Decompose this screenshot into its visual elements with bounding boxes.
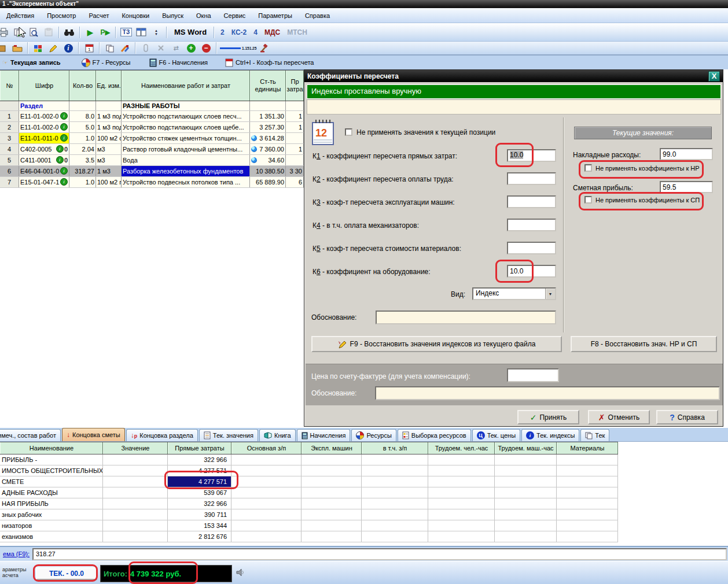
coefficients-icon[interactable]: 1.151.25 [242, 42, 256, 54]
dialog-titlebar[interactable]: Коэффициенты пересчета X [304, 70, 723, 82]
menu-help[interactable]: Справка [299, 12, 336, 19]
formula-input[interactable] [32, 548, 727, 560]
add-row-icon[interactable]: + [184, 42, 198, 54]
form4-button[interactable]: 4 [250, 28, 261, 36]
tab-resources-f7[interactable]: F7 - Ресурсы [82, 58, 131, 67]
tab-resources[interactable]: Ресурсы [351, 429, 396, 441]
form2-button[interactable]: 2 [217, 28, 228, 36]
basis-input[interactable] [376, 311, 556, 324]
k1-input[interactable]: 10.0 [507, 149, 556, 162]
menu-endings[interactable]: Концовки [115, 12, 156, 19]
table-row[interactable]: 1 iЕ11-01-002-0 8.0 1 м3 подс Устройство… [0, 111, 304, 122]
overhead-input[interactable] [660, 148, 713, 160]
table-row-selected[interactable]: 6 iЕ46-04-001-0 318.27 1 м3 Разборка жел… [0, 166, 304, 177]
ks2-button[interactable]: КС-2 [228, 28, 251, 36]
delete-row-icon[interactable]: − [199, 42, 213, 54]
invoice-input[interactable] [507, 368, 559, 382]
tab-current-values[interactable]: Тек. значения [199, 429, 258, 441]
tek-button[interactable]: ТЕК. - 00.0 [36, 567, 97, 580]
menu-output[interactable]: Выпуск [156, 12, 190, 19]
tab-accruals[interactable]: Начисления [297, 429, 351, 441]
k4-input[interactable] [507, 219, 556, 231]
total-value: 4 739 322 руб. [130, 570, 181, 578]
f8-restore-button[interactable]: F8 - Восстановить знач. НР и СП [571, 336, 717, 352]
help-button[interactable]: ? Справка [656, 410, 718, 424]
gavel-icon[interactable] [258, 42, 271, 54]
tab-book[interactable]: Книга [259, 429, 296, 441]
totals-row[interactable]: еханизмов2 812 676 [0, 531, 618, 542]
close-icon[interactable]: X [708, 71, 720, 82]
tools-icon[interactable] [118, 42, 132, 54]
tab-estimate-ending[interactable]: ↓Концовка сметы [62, 428, 125, 441]
k6-input[interactable] [507, 265, 556, 278]
chevron-down-icon[interactable]: ▼ [545, 289, 555, 299]
totals-header: Наименование Значение Прямые затраты Осн… [0, 442, 618, 454]
invoice-band: Цена по счету-фактуре (для учета компенс… [306, 364, 723, 405]
columns-view-icon[interactable] [134, 26, 148, 39]
totals-row[interactable]: АДНЫЕ РАСХОДЫ539 067 [0, 487, 618, 498]
exit-icon[interactable] [0, 42, 9, 54]
invoice-basis-input[interactable] [375, 386, 720, 400]
tab-coefficients-ctrl-i[interactable]: Ctrl+I - Коэф-ты пересчета [225, 58, 314, 67]
totals-row[interactable]: низаторов153 344 [0, 520, 618, 531]
folder-icon[interactable] [10, 42, 24, 54]
copy-icon[interactable] [12, 26, 25, 39]
section-row[interactable]: Раздел РАЗНЫЕ РАБОТЫ [0, 101, 304, 111]
tab-current-prices[interactable]: ЦТек. цены [472, 429, 520, 441]
totals-row[interactable]: ИМОСТЬ ОБЩЕСТРОИТЕЛЬНЫХ РА4 277 571 [0, 465, 618, 476]
hand-edit-icon[interactable] [31, 42, 45, 54]
copy-docs-icon[interactable] [103, 42, 117, 54]
k2-input[interactable] [507, 172, 556, 185]
k3-input[interactable] [507, 195, 556, 208]
menu-view[interactable]: Просмотр [41, 12, 82, 19]
pencil-icon[interactable] [46, 42, 60, 54]
vid-combobox[interactable]: Индекс ▼ [472, 287, 556, 300]
table-row[interactable]: 7 iЕ15-01-047-1 1.0 100 м2 по Устройство… [0, 177, 304, 188]
list-icon[interactable] [220, 42, 241, 54]
table-row[interactable]: 4 0iС402-0005 2.04 м3 Раствор готовый кл… [0, 144, 304, 155]
tab-current-more[interactable]: Тек [580, 429, 609, 441]
t3-view-button[interactable]: ТЗ [119, 26, 133, 39]
search-icon[interactable] [62, 26, 76, 39]
tab-notes[interactable]: имеч., состав работ [0, 429, 61, 441]
skip-current-checkbox[interactable] [345, 128, 352, 136]
totals-row[interactable]: зных рабочих390 711 [0, 509, 618, 520]
menu-windows[interactable]: Окна [190, 12, 218, 19]
menu-parameters[interactable]: Параметры [252, 12, 299, 19]
totals-row[interactable]: ПРИБЫЛЬ -322 966 [0, 454, 618, 465]
tab-resource-selection[interactable]: Выборка ресурсов [398, 429, 471, 441]
table-row[interactable]: 2 iЕ11-01-002-0 5.0 1 м3 подс Устройство… [0, 122, 304, 133]
tab-current-record[interactable]: ☞ Текущая запись [2, 59, 61, 66]
formula-row: ема (F9): [0, 546, 728, 561]
speaker-icon[interactable] [236, 568, 245, 578]
preview-icon[interactable] [27, 26, 41, 39]
tab-accruals-f6[interactable]: F6 - Начисления [149, 58, 208, 67]
ms-word-button[interactable]: MS Word [170, 28, 211, 36]
calendar-icon[interactable]: 1 [82, 42, 96, 54]
print-icon[interactable] [0, 26, 10, 39]
k5-input[interactable] [507, 242, 556, 254]
table-row[interactable]: 3 iЕ11-01-011-0 1.0 100 м2 ст Устройство… [0, 133, 304, 144]
menu-calc[interactable]: Расчет [82, 12, 115, 19]
menu-service[interactable]: Сервис [218, 12, 252, 19]
skip-overhead-checkbox[interactable] [584, 164, 592, 172]
totals-row[interactable]: НАЯ ПРИБЫЛЬ322 966 [0, 498, 618, 509]
menu-actions[interactable]: Действия [0, 12, 41, 19]
table-row[interactable]: 5 0iС411-0001 3.5 м3 Вода 34.60 [0, 155, 304, 166]
totals-row-selected[interactable]: СМЕТЕ4 277 571 [0, 476, 618, 487]
profit-label: Сметная прибыль: [573, 184, 633, 192]
cancel-button[interactable]: ✗ Отменить [588, 410, 650, 424]
run-calculation-icon[interactable]: ▶ [83, 26, 97, 39]
formula-label[interactable]: ема (F9): [0, 550, 32, 557]
info-icon[interactable]: i [61, 42, 75, 54]
tab-section-ending[interactable]: ↓pКонцовка раздела [126, 429, 198, 441]
profit-input[interactable] [660, 181, 713, 193]
f9-restore-button[interactable]: F9 - Восстановить значения индексов из т… [311, 336, 562, 352]
mds-button[interactable]: МДС [261, 28, 284, 36]
totals-table: Наименование Значение Прямые затраты Осн… [0, 442, 618, 542]
accept-button[interactable]: ✓ Принять [517, 410, 579, 424]
skip-profit-checkbox[interactable] [584, 196, 592, 204]
row-height-spinner[interactable]: ▲▼ [149, 26, 163, 39]
print-run-icon[interactable]: P▶ [98, 26, 112, 39]
tab-current-indexes[interactable]: iТек. индексы [521, 429, 579, 441]
